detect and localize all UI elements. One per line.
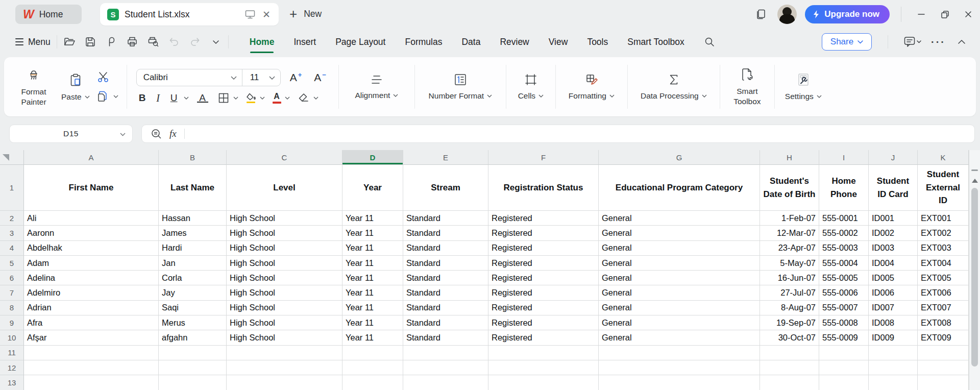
cell-J12[interactable] <box>869 360 918 375</box>
cell-E5[interactable]: Standard <box>403 256 488 271</box>
folder-open-icon[interactable] <box>63 36 76 48</box>
column-header-B[interactable]: B <box>159 150 227 165</box>
cut-button[interactable] <box>97 71 110 83</box>
formula-input[interactable] <box>192 125 974 142</box>
chevron-down-icon[interactable] <box>285 96 290 100</box>
upgrade-button[interactable]: Upgrade now <box>805 5 890 23</box>
cell-I9[interactable]: 555-0008 <box>819 315 869 330</box>
cell-C8[interactable]: High School <box>227 301 342 315</box>
cell-G6[interactable]: General <box>599 271 760 285</box>
cell-C12[interactable] <box>227 360 342 375</box>
row-number-13[interactable]: 13 <box>0 375 24 390</box>
chevron-down-icon[interactable] <box>184 96 189 100</box>
chevron-down-icon[interactable] <box>313 96 318 100</box>
cell-B6[interactable]: Corla <box>159 271 227 285</box>
cell-I8[interactable]: 555-0007 <box>819 301 869 315</box>
export-pdf-icon[interactable] <box>105 36 117 48</box>
cell-A6[interactable]: Adelina <box>24 271 159 285</box>
cell-J9[interactable]: ID008 <box>869 315 918 330</box>
row-number-2[interactable]: 2 <box>0 211 24 226</box>
column-header-E[interactable]: E <box>403 150 488 165</box>
cell-A9[interactable]: Afra <box>24 315 159 330</box>
strikethrough-button[interactable]: A <box>197 91 209 105</box>
cell-K2[interactable]: EXT001 <box>918 211 969 226</box>
column-header-F[interactable]: F <box>488 150 599 165</box>
cell-I5[interactable]: 555-0004 <box>819 256 869 271</box>
printer-icon[interactable] <box>126 36 138 48</box>
cell-E11[interactable] <box>403 346 488 360</box>
cell-G13[interactable] <box>599 375 760 390</box>
column-header-I[interactable]: I <box>819 150 869 165</box>
cell-J4[interactable]: ID003 <box>869 241 918 256</box>
cell-G5[interactable]: General <box>599 256 760 271</box>
cell-A11[interactable] <box>24 346 159 360</box>
new-tab-button[interactable]: + New <box>289 7 322 20</box>
print-preview-icon[interactable] <box>147 36 159 48</box>
cell-I7[interactable]: 555-0006 <box>819 285 869 300</box>
cell-K9[interactable]: EXT008 <box>918 315 969 330</box>
cell-H7[interactable]: 27-Jul-07 <box>760 285 819 300</box>
cell-A8[interactable]: Adrian <box>24 301 159 315</box>
copy-button[interactable] <box>97 90 118 103</box>
cell-C3[interactable]: High School <box>227 226 342 240</box>
cell-E10[interactable]: Standard <box>403 330 488 345</box>
font-size-select[interactable]: 11 <box>242 69 280 86</box>
fx-icon[interactable]: fx <box>169 128 177 139</box>
cell-F7[interactable]: Registered <box>488 285 599 300</box>
cell-D13[interactable] <box>342 375 403 390</box>
alignment-button[interactable]: Alignment <box>339 74 414 100</box>
share-button[interactable]: Share <box>822 33 872 51</box>
cell-C4[interactable]: High School <box>227 241 342 256</box>
cell-I6[interactable]: 555-0005 <box>819 271 869 285</box>
cell-H13[interactable] <box>760 375 819 390</box>
menu-item-view[interactable]: View <box>539 29 578 55</box>
column-header-A[interactable]: A <box>24 150 159 165</box>
cell-H6[interactable]: 16-Jun-07 <box>760 271 819 285</box>
cell-C1[interactable]: Level <box>227 165 342 211</box>
cell-J5[interactable]: ID004 <box>869 256 918 271</box>
decrease-font-button[interactable]: A− <box>311 71 329 84</box>
cell-F1[interactable]: Registration Status <box>488 165 599 211</box>
redo-icon[interactable] <box>189 36 201 48</box>
cell-D11[interactable] <box>342 346 403 360</box>
font-color-button[interactable]: A <box>273 91 281 105</box>
cell-G1[interactable]: Educational Program Category <box>599 165 760 211</box>
chevron-down-icon[interactable] <box>260 96 265 100</box>
cell-I2[interactable]: 555-0001 <box>819 211 869 226</box>
save-icon[interactable] <box>84 36 96 48</box>
cell-B10[interactable]: afgahn <box>159 330 227 345</box>
close-window-button[interactable] <box>957 0 980 29</box>
cell-E6[interactable]: Standard <box>403 271 488 285</box>
cell-H3[interactable]: 12-Mar-07 <box>760 226 819 240</box>
cell-F10[interactable]: Registered <box>488 330 599 345</box>
cell-K1[interactable]: Student External ID <box>918 165 969 211</box>
scroll-up-arrow-icon[interactable] <box>972 179 978 183</box>
home-tab[interactable]: W Home <box>15 5 82 24</box>
avatar[interactable] <box>777 5 797 24</box>
cell-I13[interactable] <box>819 375 869 390</box>
cell-E9[interactable]: Standard <box>403 315 488 330</box>
cell-I10[interactable]: 555-0009 <box>819 330 869 345</box>
vertical-scrollbar[interactable] <box>969 150 980 390</box>
row-number-8[interactable]: 8 <box>0 301 24 315</box>
cell-G7[interactable]: General <box>599 285 760 300</box>
menu-item-smart-toolbox[interactable]: Smart Toolbox <box>618 29 694 55</box>
number-format-button[interactable]: Number Format <box>415 73 506 101</box>
cell-E8[interactable]: Standard <box>403 301 488 315</box>
cell-B11[interactable] <box>159 346 227 360</box>
restore-button[interactable] <box>933 0 957 29</box>
cell-H11[interactable] <box>760 346 819 360</box>
cell-G8[interactable]: General <box>599 301 760 315</box>
underline-button[interactable]: U <box>168 91 180 105</box>
cell-I1[interactable]: Home Phone <box>819 165 869 211</box>
cell-D7[interactable]: Year 11 <box>342 285 403 300</box>
cell-A1[interactable]: First Name <box>24 165 159 211</box>
cell-D6[interactable]: Year 11 <box>342 271 403 285</box>
cell-F8[interactable]: Registered <box>488 301 599 315</box>
menu-button[interactable]: Menu <box>15 37 51 47</box>
cell-E3[interactable]: Standard <box>403 226 488 240</box>
eraser-icon[interactable] <box>298 92 310 104</box>
menu-item-formulas[interactable]: Formulas <box>395 29 452 55</box>
column-header-D[interactable]: D <box>342 150 403 165</box>
menu-item-insert[interactable]: Insert <box>284 29 326 55</box>
